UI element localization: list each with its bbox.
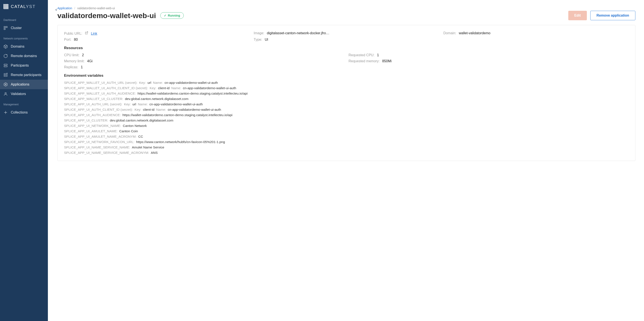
sidebar-item-collections[interactable]: Collections — [0, 108, 48, 117]
svg-rect-3 — [4, 64, 7, 65]
remove-application-button[interactable]: Remove application — [590, 11, 635, 20]
svg-rect-0 — [4, 26, 6, 28]
env-var-name: SPLICE_APP_UI_NAME_SERVICE_NAME: — [64, 145, 130, 149]
env-key-label: Key: — [139, 81, 146, 85]
breadcrumb-root-link[interactable]: Application — [57, 6, 72, 10]
svg-point-8 — [5, 92, 6, 94]
sidebar-item-label: Collections — [11, 110, 28, 114]
svg-rect-6 — [4, 75, 7, 76]
breadcrumb: Application / validatordemo-wallet-web-u… — [57, 6, 635, 10]
cpu-limit-value: 2 — [82, 53, 84, 57]
env-row: SPLICE_APP_WALLET_UI_AUTH_CLIENT_ID (sec… — [64, 86, 629, 90]
svg-rect-2 — [4, 28, 6, 30]
brand-logo-icon — [4, 4, 9, 9]
sidebar-item-label: Remote participants — [11, 73, 42, 77]
env-name-value: cn-app-validatordemo-wallet-ui-auth — [183, 86, 236, 90]
cpu-limit-label: CPU limit: — [64, 53, 79, 57]
check-icon: ✓ — [164, 14, 166, 17]
breadcrumb-sep: / — [74, 6, 75, 10]
sidebar-item-remote-domains[interactable]: Remote domains — [0, 51, 48, 61]
svg-rect-4 — [4, 66, 7, 67]
env-row: SPLICE_APP_UI_NETWORK_NAME:Canton Networ… — [64, 124, 629, 128]
type-label: Type: — [254, 38, 262, 41]
header-row: validatordemo-wallet-web-ui ✓ Running Ed… — [57, 11, 635, 20]
env-row: SPLICE_APP_WALLET_UI_AUTH_AUDIENCE:https… — [64, 92, 629, 95]
section-label-dashboard: Dashboard — [0, 14, 48, 23]
env-row: SPLICE_APP_UI_AUTH_AUDIENCE:https://wall… — [64, 113, 629, 117]
image-label: Image: — [254, 31, 264, 35]
status-text: Running — [168, 14, 180, 17]
env-var-name: SPLICE_APP_UI_AMULET_NAME_ACRONYM: — [64, 135, 136, 139]
sidebar-item-label: Cluster — [11, 26, 22, 30]
memory-limit-label: Memory limit: — [64, 59, 84, 63]
env-key-value: url — [132, 102, 136, 106]
env-key-label: Key: — [124, 102, 131, 106]
env-value: Canton Coin — [119, 129, 138, 133]
requested-cpu-label: Requested CPU: — [348, 53, 374, 57]
sidebar: CATALYST ‹ Dashboard Cluster Network com… — [0, 0, 48, 321]
section-label-network: Network components — [0, 33, 48, 42]
env-row: SPLICE_APP_UI_AUTH_CLIENT_ID (secret):Ke… — [64, 108, 629, 112]
env-name-value: cn-app-validatordemo-wallet-ui-auth — [164, 81, 218, 85]
requested-cpu-value: 1 — [377, 53, 379, 57]
sidebar-item-domains[interactable]: Domains — [0, 42, 48, 51]
sidebar-item-validators[interactable]: Validators — [0, 89, 48, 99]
type-value: UI — [265, 38, 268, 41]
env-var-name: SPLICE_APP_UI_AUTH_CLIENT_ID (secret): — [64, 108, 133, 112]
image-pair: Image: digitalasset-canton-network-docke… — [254, 31, 439, 35]
sidebar-item-participants[interactable]: Participants — [0, 61, 48, 70]
env-var-name: SPLICE_APP_UI_NETWORK_FAVICON_URL: — [64, 140, 134, 144]
env-value: https://www.canton.network/hubfs/cn-favi… — [136, 140, 225, 144]
env-row: SPLICE_APP_UI_AMULET_NAME_ACRONYM:CC — [64, 135, 629, 139]
public-url-link[interactable]: Link — [91, 32, 97, 35]
env-row: SPLICE_APP_UI_AMULET_NAME:Canton Coin — [64, 129, 629, 133]
sidebar-item-label: Validators — [11, 92, 26, 96]
user-icon — [4, 92, 8, 96]
page-title: validatordemo-wallet-web-ui — [57, 11, 156, 20]
env-value: https://wallet-validatordemo.canton-demo… — [122, 113, 232, 117]
image-value: digitalasset-canton-network-docker.jfrog… — [267, 31, 329, 35]
env-name-value: cn-app-validatordemo-wallet-ui-auth — [168, 108, 221, 112]
env-list: SPLICE_APP_WALLET_UI_AUTH_URL (secret):K… — [64, 81, 629, 155]
env-row: SPLICE_APP_WALLET_UI_CLUSTER:dev.global.… — [64, 97, 629, 101]
memory-limit-value: 4Gi — [87, 59, 92, 63]
env-row: SPLICE_APP_WALLET_UI_AUTH_URL (secret):K… — [64, 81, 629, 85]
collapse-sidebar-button[interactable]: ‹ — [56, 7, 57, 12]
info-grid-top: Public URL: Link Image: digitalasset-can… — [64, 31, 629, 41]
status-badge: ✓ Running — [160, 12, 184, 19]
port-pair: Port: 80 — [64, 38, 249, 41]
port-value: 80 — [74, 38, 78, 41]
sidebar-item-remote-participants[interactable]: Remote participants — [0, 70, 48, 80]
sidebar-item-label: Remote domains — [11, 54, 37, 58]
env-row: SPLICE_APP_UI_NAME_SERVICE_NAME:Amulet N… — [64, 145, 629, 149]
requested-memory-label: Requested memory: — [348, 59, 380, 63]
env-key-label: Key: — [150, 86, 156, 90]
edit-button[interactable]: Edit — [568, 11, 587, 20]
requested-memory-value: 850Mi — [382, 59, 392, 63]
cluster-icon — [4, 26, 8, 30]
env-name-value: cn-app-validatordemo-wallet-ui-auth — [150, 102, 203, 106]
env-value: ANS — [151, 151, 158, 155]
sidebar-item-label: Participants — [11, 63, 29, 67]
requested-cpu-pair: Requested CPU: 1 — [348, 53, 629, 57]
env-key-value: url — [148, 81, 151, 85]
env-value: https://wallet-validatordemo.canton-demo… — [138, 92, 248, 95]
env-name-label: Name: — [156, 108, 166, 112]
server-icon — [4, 63, 8, 68]
env-name-label: Name: — [138, 102, 148, 106]
public-url-label: Public URL: — [64, 32, 82, 35]
env-var-name: SPLICE_APP_UI_AMULET_NAME: — [64, 129, 118, 133]
public-url-pair: Public URL: Link — [64, 31, 249, 35]
sidebar-item-applications[interactable]: Applications — [0, 80, 48, 89]
section-label-management: Management — [0, 99, 48, 108]
domain-pair: Domain: wallet-validatordemo — [444, 31, 629, 35]
env-value: dev.global.canton.network.digitalasset.c… — [125, 97, 188, 101]
env-row: SPLICE_APP_UI_NETWORK_FAVICON_URL:https:… — [64, 140, 629, 144]
svg-rect-1 — [6, 26, 7, 28]
svg-rect-5 — [4, 73, 7, 74]
sidebar-item-cluster[interactable]: Cluster — [0, 23, 48, 33]
env-value: dev.global.canton.network.digitalasset.c… — [110, 118, 173, 122]
env-key-value: client-id — [143, 108, 154, 112]
env-var-name: SPLICE_APP_WALLET_UI_AUTH_URL (secret): — [64, 81, 138, 85]
applications-icon — [4, 82, 8, 87]
